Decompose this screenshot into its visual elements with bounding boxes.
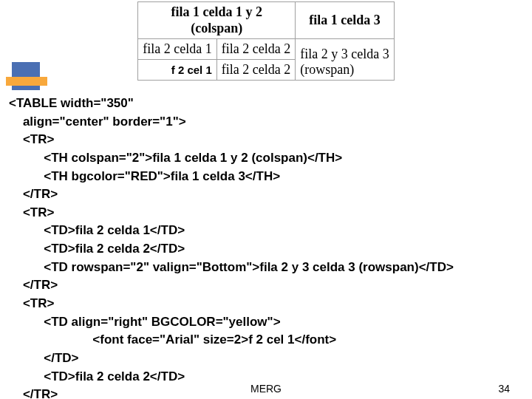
cell-text: fila 2 y 3 celda 3 — [300, 47, 389, 61]
table-row: fila 1 celda 1 y 2 (colspan) fila 1 celd… — [138, 2, 394, 39]
code-line: <TR> — [9, 132, 54, 146]
code-line: </TR> — [9, 387, 58, 399]
cell-r2c2: fila 2 celda 2 — [216, 39, 295, 60]
cell-text: (colspan) — [191, 21, 242, 35]
code-line: <TABLE width="350" — [9, 96, 134, 110]
code-line: <TD>fila 2 celda 1</TD> — [9, 223, 185, 237]
cell-r3c1: f 2 cel 1 — [138, 60, 216, 81]
table-row: fila 2 celda 1 fila 2 celda 2 fila 2 y 3… — [138, 39, 394, 60]
code-line: <TH colspan="2">fila 1 celda 1 y 2 (cols… — [9, 151, 342, 165]
code-line: </TR> — [9, 278, 58, 292]
code-line: <TD rowspan="2" valign="Bottom">fila 2 y… — [9, 260, 454, 274]
code-line: </TR> — [9, 187, 58, 201]
cell-r2c1: fila 2 celda 1 — [138, 39, 216, 60]
code-listing: <TABLE width="350" align="center" border… — [9, 95, 531, 399]
example-table-wrapper: fila 1 celda 1 y 2 (colspan) fila 1 celd… — [0, 1, 532, 81]
code-line: <TR> — [9, 296, 54, 310]
code-line: <font face="Arial" size=2>f 2 cel 1</fon… — [9, 332, 336, 347]
cell-r23c3: fila 2 y 3 celda 3 (rowspan) — [296, 39, 394, 81]
cell-text: (rowspan) — [300, 62, 354, 77]
code-line: align="center" border="1"> — [9, 115, 186, 129]
cell-r1c12: fila 1 celda 1 y 2 (colspan) — [138, 2, 296, 39]
code-line: <TD>fila 2 celda 2</TD> — [9, 242, 185, 256]
code-line: <TD align="right" BGCOLOR="yellow"> — [9, 315, 281, 329]
code-line: <TH bgcolor="RED">fila 1 celda 3</TH> — [9, 169, 280, 183]
example-table: fila 1 celda 1 y 2 (colspan) fila 1 celd… — [137, 1, 394, 81]
code-line: </TD> — [9, 351, 78, 365]
cell-r1c3: fila 1 celda 3 — [296, 2, 394, 39]
cell-text: fila 1 celda 1 y 2 — [171, 4, 263, 19]
code-line: <TR> — [9, 205, 54, 219]
code-line: <TD>fila 2 celda 2</TD> — [9, 369, 185, 383]
cell-r3c2: fila 2 celda 2 — [216, 60, 295, 81]
